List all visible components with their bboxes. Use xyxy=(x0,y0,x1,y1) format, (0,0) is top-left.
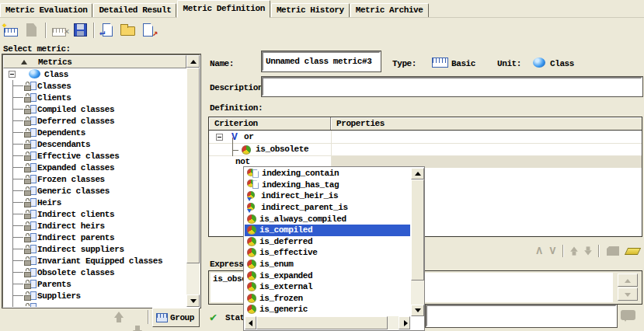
tree-item[interactable]: Indirect heirs xyxy=(3,220,186,232)
dropdown-item[interactable]: is_compiled xyxy=(245,225,410,236)
scroll-down-button[interactable] xyxy=(411,305,424,316)
tree-item-partial[interactable] xyxy=(3,301,186,307)
dropdown-vertical-scrollbar[interactable] xyxy=(411,168,424,316)
table-header: Criterion Properties xyxy=(209,117,642,131)
dropdown-horizontal-scrollbar[interactable] xyxy=(245,316,410,329)
tree-item[interactable]: Suppliers xyxy=(3,290,186,301)
export-metrics-button[interactable]: ↗ xyxy=(139,21,158,40)
tree-item[interactable]: Obsolete classes xyxy=(3,267,186,278)
collapse-icon[interactable] xyxy=(9,71,16,78)
criterion-row-is-obsolete[interactable]: is_obsolete xyxy=(209,144,642,156)
tab-metric-archive[interactable]: Metric Archive xyxy=(350,3,429,18)
comment-bubble-icon[interactable] xyxy=(621,310,635,320)
tree-item[interactable]: Invariant Equipped classes xyxy=(3,255,186,267)
unit-label: Unit: xyxy=(497,59,521,68)
group-toggle-button[interactable]: Group xyxy=(152,308,200,327)
tab-metric-history[interactable]: Metric History xyxy=(271,3,350,18)
dropdown-item[interactable]: is_expanded xyxy=(245,270,410,281)
description-label: Description xyxy=(210,83,263,92)
tree-item[interactable]: Parents xyxy=(3,278,186,290)
tree-item[interactable]: Classes xyxy=(3,80,186,92)
tree-item[interactable]: Indirect clients xyxy=(3,208,186,220)
unit-value: Class xyxy=(550,59,574,68)
tab-bar-divider xyxy=(0,17,644,18)
dropdown-item[interactable]: is_external xyxy=(245,281,410,293)
tab-metric-definition[interactable]: Metric Definition xyxy=(177,0,270,18)
save-metric-button[interactable] xyxy=(71,21,89,40)
clear-definition-button[interactable] xyxy=(625,248,641,255)
dropdown-item[interactable]: is_enum xyxy=(245,259,410,270)
name-input[interactable]: Unnamed class metric#3 xyxy=(262,51,381,71)
tree-item[interactable]: Expanded classes xyxy=(3,162,186,173)
scrollbar-thumb[interactable] xyxy=(186,68,200,263)
dropdown-item[interactable]: indirect_parent_is xyxy=(245,202,410,214)
group-button-label: Group xyxy=(170,313,194,322)
tree-item[interactable]: Frozen classes xyxy=(3,173,186,185)
scroll-right-button[interactable] xyxy=(399,316,410,329)
dropdown-item[interactable]: is_generic xyxy=(245,304,410,315)
dropdown-item[interactable]: is_always_compiled xyxy=(245,213,410,225)
dropdown-item-label: indirect_heir_is xyxy=(261,191,338,200)
tree-item-class-root[interactable]: Class xyxy=(3,68,186,80)
dropdown-item[interactable]: is_frozen xyxy=(245,293,410,305)
criterion-column-header[interactable]: Criterion xyxy=(209,117,331,130)
tree-item[interactable]: Dependents xyxy=(3,127,186,138)
description-input[interactable] xyxy=(262,77,642,96)
delete-criterion-button[interactable] xyxy=(607,246,619,256)
scroll-up-button[interactable] xyxy=(411,168,424,179)
dropdown-item[interactable]: is_effective xyxy=(245,247,410,259)
tree-item-label: Descendants xyxy=(37,140,90,149)
scrollbar-thumb[interactable] xyxy=(256,316,388,329)
status-ok-icon: ✔ xyxy=(210,310,217,325)
select-metric-label: Select metric: xyxy=(3,44,71,54)
tab-metric-evaluation[interactable]: Metric Evaluation xyxy=(0,3,92,18)
collapse-icon[interactable] xyxy=(216,134,223,141)
scrollbar-thumb[interactable] xyxy=(411,179,424,280)
import-metrics-button[interactable]: ↵ xyxy=(99,21,117,40)
tree-item-label: Obsolete classes xyxy=(37,268,114,277)
dropdown-item[interactable]: indexing_contain xyxy=(245,168,410,179)
scroll-left-button[interactable] xyxy=(245,316,256,329)
tree-item[interactable]: Compiled classes xyxy=(3,103,186,115)
new-metric-button[interactable]: ✦ xyxy=(2,21,21,40)
dropdown-item-label: is_compiled xyxy=(259,225,312,235)
metric-lock-icon xyxy=(23,280,37,289)
tree-item[interactable]: Indirect parents xyxy=(3,232,186,243)
copy-metric-button[interactable] xyxy=(23,21,41,40)
open-metric-file-button[interactable] xyxy=(119,21,138,40)
delete-metric-button[interactable]: ✕ xyxy=(50,21,69,40)
expression-scroll-up-button[interactable] xyxy=(618,274,638,287)
dropdown-item-label: is_always_compiled xyxy=(259,214,346,224)
tree-connector xyxy=(232,150,238,151)
expression-scroll-down-button[interactable] xyxy=(618,287,638,301)
tree-item-label: Clients xyxy=(37,93,71,103)
tab-detailed-result[interactable]: Detailed Result xyxy=(93,3,176,18)
move-metric-down-button[interactable] xyxy=(131,324,144,331)
and-criterion-button[interactable]: Λ xyxy=(536,246,541,257)
separator xyxy=(562,245,564,257)
metrics-column-header[interactable]: Metrics xyxy=(3,55,186,68)
tree-scrollbar[interactable] xyxy=(186,55,200,307)
criterion-row-or[interactable]: V or xyxy=(209,131,642,144)
tree-item[interactable]: Descendants xyxy=(3,138,186,150)
tree-item[interactable]: Heirs xyxy=(3,197,186,208)
tree-item[interactable]: Indirect suppliers xyxy=(3,243,186,255)
left-arrow-icon xyxy=(249,320,252,326)
or-criterion-button[interactable]: V xyxy=(550,246,555,257)
dropdown-item[interactable]: indirect_heir_is xyxy=(245,190,410,202)
tree-item[interactable]: Deferred classes xyxy=(3,115,186,127)
scroll-down-button[interactable] xyxy=(186,294,200,307)
tree-item[interactable]: Clients xyxy=(3,92,186,103)
tree-item[interactable]: Generic classes xyxy=(3,185,186,197)
criterion-indirect-icon xyxy=(247,203,258,213)
down-arrow-icon xyxy=(415,308,421,312)
tree-item[interactable]: Effective classes xyxy=(3,150,186,162)
move-criterion-up-button[interactable] xyxy=(569,246,580,256)
status-message-field[interactable] xyxy=(426,305,617,327)
scroll-up-button[interactable] xyxy=(186,55,200,68)
dropdown-item[interactable]: indexing_has_tag xyxy=(245,179,410,191)
move-metric-up-button[interactable] xyxy=(112,310,126,324)
move-criterion-down-button[interactable] xyxy=(583,246,594,256)
properties-column-header[interactable]: Properties xyxy=(331,117,642,130)
dropdown-item[interactable]: is_deferred xyxy=(245,236,410,248)
